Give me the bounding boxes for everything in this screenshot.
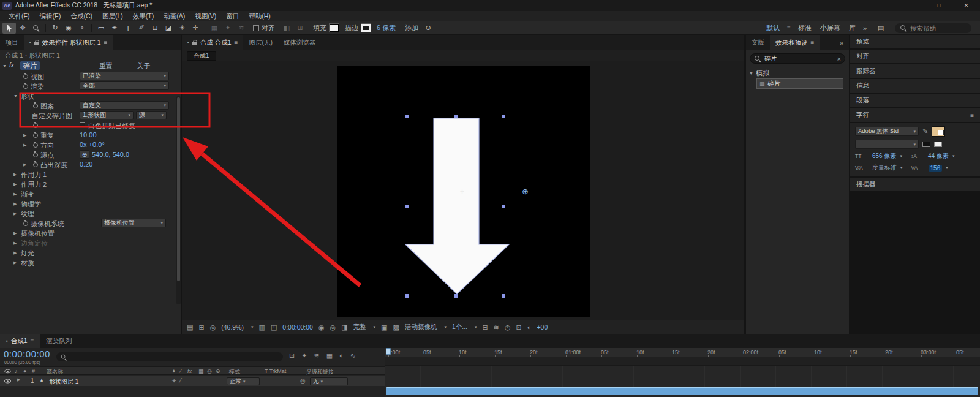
stopwatch-icon[interactable] xyxy=(32,151,39,157)
repeat-value[interactable]: 10.00 xyxy=(80,131,97,138)
effect-group-row[interactable]: ▶ 灯光 xyxy=(0,248,181,257)
transparency-grid-icon[interactable]: ▩ xyxy=(393,323,399,331)
custom-map-dropdown[interactable]: 1.形状图▾ xyxy=(80,111,134,119)
resolution-dropdown[interactable]: 完整 xyxy=(353,323,366,331)
lock-icon[interactable] xyxy=(34,40,39,45)
rotate-tool-icon[interactable]: ↻ xyxy=(48,23,62,34)
composition-chip[interactable]: 合成1 xyxy=(187,51,216,61)
effect-group-row[interactable]: ▶ 摄像机位置 xyxy=(0,228,181,238)
effect-item-shatter[interactable]: ▦ 碎片 xyxy=(756,78,843,89)
collapse-icon[interactable]: ▶ xyxy=(13,251,21,255)
flowchart-icon[interactable]: ⊡ xyxy=(516,323,522,331)
effect-group-row[interactable]: ▶ 边角定位 xyxy=(0,238,181,248)
selection-handle[interactable] xyxy=(405,115,409,118)
stopwatch-icon[interactable] xyxy=(22,82,29,89)
workspace-default[interactable]: 默认 xyxy=(766,23,780,32)
layer-quality-icon[interactable]: ⁄ xyxy=(180,377,181,384)
current-timecode[interactable]: 0:00:00:00 xyxy=(4,349,50,359)
pen-tool-icon[interactable]: ✒ xyxy=(108,23,121,34)
tab-media-browser[interactable]: 媒体浏览器 xyxy=(278,35,322,50)
eyedropper-icon[interactable]: ✎ xyxy=(922,127,928,135)
tab-layer[interactable]: 图层(无) xyxy=(243,35,278,50)
fill-color-swatch[interactable] xyxy=(934,142,942,147)
white-tiles-checkbox[interactable] xyxy=(80,122,85,127)
grid-guides-icon[interactable]: ⊞ xyxy=(198,323,204,331)
motion-blur-icon[interactable]: ◐ xyxy=(339,352,344,360)
menu-item[interactable]: 视图(V) xyxy=(190,12,221,21)
selection-handle[interactable] xyxy=(502,115,505,118)
panel-menu-icon[interactable]: ≡ xyxy=(104,39,108,46)
menu-item[interactable]: 图层(L) xyxy=(97,12,128,21)
font-family-dropdown[interactable]: Adobe 黑体 Std▾ xyxy=(855,127,919,136)
snapping-checkbox[interactable] xyxy=(253,25,259,31)
pattern-dropdown[interactable]: 自定义▾ xyxy=(80,101,169,110)
show-snapshot-icon[interactable]: ◎ xyxy=(330,323,336,331)
pixel-aspect-icon[interactable]: ⊟ xyxy=(483,323,488,331)
selection-tool[interactable] xyxy=(2,23,16,34)
font-style-dropdown[interactable]: -▾ xyxy=(855,140,919,149)
pickwhip-icon[interactable]: ◎ xyxy=(300,377,306,384)
tab-secondary[interactable]: 文版 xyxy=(746,35,770,50)
collapse-icon[interactable]: ▶ xyxy=(23,162,31,167)
workspace-item[interactable]: 小屏幕 xyxy=(820,23,840,32)
current-time-indicator[interactable] xyxy=(388,348,388,397)
help-search[interactable] xyxy=(895,23,971,33)
menu-item[interactable]: 窗口 xyxy=(221,12,244,21)
layer-row[interactable]: ▶ 1 ★ 形状图层 1 ✦ ⁄ 正常▾ ◎ 无▾ xyxy=(0,376,385,386)
workspace-item[interactable]: 库 xyxy=(849,23,856,32)
composition-viewport[interactable]: + ⊕ xyxy=(182,61,744,320)
help-search-input[interactable] xyxy=(910,25,967,32)
tab-effects-presets[interactable]: 效果和预设 ≡ xyxy=(770,35,820,50)
effect-group-row[interactable]: ▶ 渐变 xyxy=(0,189,181,198)
effect-group-row[interactable]: ▶ 纹理 xyxy=(0,208,181,218)
collapse-icon[interactable]: ▶ xyxy=(13,241,21,246)
parent-dropdown[interactable]: 无▾ xyxy=(310,377,348,385)
workspace-panel-icon[interactable]: ▤ xyxy=(874,23,888,34)
text-color-swatch[interactable] xyxy=(932,126,945,137)
layer-visibility-icon[interactable] xyxy=(4,379,11,384)
collapsed-panel-header[interactable]: 预览 xyxy=(850,35,980,48)
about-link[interactable]: 关于 xyxy=(137,62,150,70)
menu-item[interactable]: 动画(A) xyxy=(159,12,190,21)
frame-blend-icon[interactable]: ▦ xyxy=(326,352,333,360)
menu-item[interactable]: 效果(T) xyxy=(128,12,159,21)
hand-tool-icon[interactable]: ✥ xyxy=(16,23,29,34)
collapse-icon[interactable]: ▶ xyxy=(23,143,31,148)
tab-effect-controls[interactable]: ▪ 效果控件 形状图层 1 ≡ xyxy=(24,35,113,50)
render-dropdown[interactable]: 全部▾ xyxy=(80,81,169,90)
effect-group-row[interactable]: ▶ 作用力 2 xyxy=(0,179,181,189)
workspace-item[interactable]: 标准 xyxy=(798,23,812,32)
effect-group-row[interactable]: ▶ 材质 xyxy=(0,257,181,267)
panel-menu-icon[interactable]: ≡ xyxy=(235,39,238,46)
tab-render-queue[interactable]: 渲染队列 xyxy=(40,334,78,348)
clone-stamp-tool-icon[interactable]: ⊡ xyxy=(148,23,162,34)
ruler-icon[interactable]: ▥ xyxy=(259,323,265,331)
collapsed-panel-header[interactable]: 对齐 xyxy=(850,50,980,63)
collapsed-panel-header[interactable]: 信息 xyxy=(850,79,980,93)
selection-handle[interactable] xyxy=(502,294,505,298)
region-of-interest-icon[interactable]: ◰ xyxy=(271,323,277,331)
panel-menu-icon[interactable]: ≡ xyxy=(811,39,815,46)
viewer-timecode[interactable]: 0:00:00:00 xyxy=(282,323,313,331)
timeline-button-icon[interactable]: ◷ xyxy=(505,323,511,331)
selection-handle[interactable] xyxy=(454,115,458,118)
collapse-icon[interactable]: ▶ xyxy=(13,192,21,197)
snapshot-icon[interactable]: ◉ xyxy=(318,323,325,331)
exposure-value[interactable]: +00 xyxy=(537,323,548,331)
collapsed-panel-header[interactable]: 跟踪器 xyxy=(850,64,980,78)
collapsed-panel-header[interactable]: 段落 xyxy=(850,94,980,107)
selection-handle[interactable] xyxy=(502,205,505,208)
timeline-search-input[interactable] xyxy=(70,354,279,360)
eraser-tool-icon[interactable]: ◪ xyxy=(162,23,175,34)
leading-value[interactable]: 44 像素▾ xyxy=(928,152,954,161)
collapse-icon[interactable]: ▼ xyxy=(13,94,21,98)
extrude-value[interactable]: 0.20 xyxy=(80,161,92,168)
collapse-icon[interactable]: ▶ xyxy=(13,202,21,206)
collapse-icon[interactable]: ▶ xyxy=(13,172,21,177)
effects-search-input[interactable] xyxy=(764,55,834,62)
panel-menu-icon[interactable]: ≡ xyxy=(31,338,34,344)
tab-timeline-comp[interactable]: ▪ 合成1 ≡ xyxy=(0,334,40,348)
collapse-icon[interactable]: ▶ xyxy=(13,231,21,236)
scrollbar-thumb[interactable] xyxy=(177,97,180,281)
maximize-button[interactable]: □ xyxy=(925,0,952,11)
